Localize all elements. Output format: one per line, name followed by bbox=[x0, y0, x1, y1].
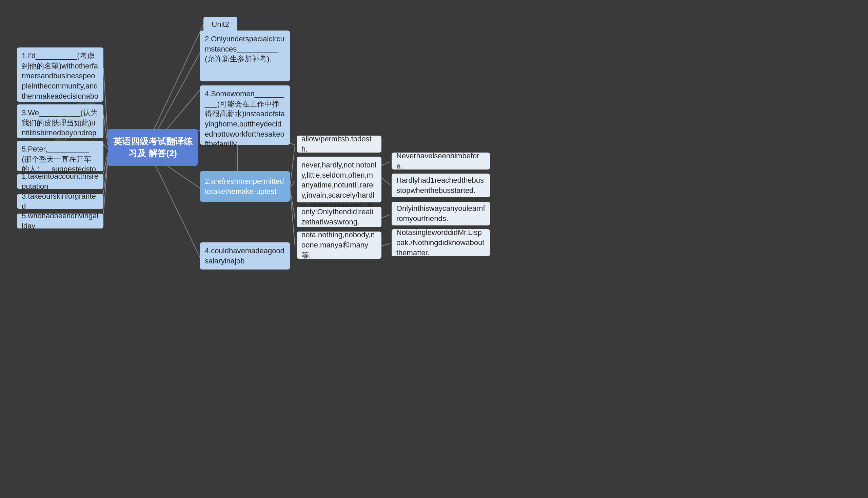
hardlyex-node: Hardlyhad1reachedthebusstopwhenthebussta… bbox=[392, 173, 490, 197]
n3we-node: 3.We__________(认为我们的皮肤理当如此)untilitisbirn… bbox=[17, 104, 103, 138]
allow-node: allow/permitsb.todosth. bbox=[297, 135, 381, 153]
nota-node: nota,nothing,nobody,noone,manya和many等: bbox=[297, 232, 381, 259]
svg-line-0 bbox=[153, 24, 203, 132]
svg-line-16 bbox=[290, 188, 295, 219]
n4some-label: 4.Somewomen__________(可能会在工作中挣得很高薪水)inst… bbox=[205, 90, 285, 148]
n1id-node: 1.I'd__________(考虑到他的名望)withotherfarmers… bbox=[17, 48, 103, 102]
n1take-node: 1.takeintoaccountthisreputation bbox=[17, 174, 103, 189]
n4could-label: 4.couldhavemadeagoodsalaryinajob bbox=[205, 246, 285, 266]
n3take-label: 3.takeourskinforgranted bbox=[22, 191, 98, 211]
svg-line-14 bbox=[290, 145, 295, 188]
n2only-label: 2.Onlyunderspecialcircumstances_________… bbox=[205, 35, 285, 63]
n5peter-node: 5.Peter,__________(那个整天一直在开车的人），suggeste… bbox=[17, 141, 103, 171]
unit2-top-label: Unit2 bbox=[212, 19, 229, 29]
svg-line-1 bbox=[153, 53, 200, 139]
center-node: 英语四级考试翻译练习及 解答(2) bbox=[108, 129, 198, 166]
n2only-node: 2.Onlyunderspecialcircumstances_________… bbox=[200, 30, 290, 81]
onlyex-label: Onlyinthiswaycanyoulearnfromyourfriends. bbox=[396, 204, 485, 223]
svg-line-5 bbox=[153, 159, 200, 258]
notaex-node: NotasingleworddidMr.Lispeak./Nothingdidk… bbox=[392, 229, 490, 256]
n2are-node: 2.arefreshmenpermittedtotakethemake-upte… bbox=[200, 171, 290, 202]
mind-map: 英语四级考试翻译练习及 解答(2) Unit2 Unit2 2.Onlyunde… bbox=[0, 0, 868, 498]
notaex-label: NotasingleworddidMr.Lispeak./Nothingdidk… bbox=[396, 227, 485, 258]
svg-line-9 bbox=[103, 153, 108, 173]
svg-line-7 bbox=[103, 115, 108, 146]
only-label: only:OnlythendidIrealizethatIwaswrong. bbox=[301, 207, 377, 227]
only-node: only:OnlythendidIrealizethatIwaswrong. bbox=[297, 207, 381, 227]
svg-line-15 bbox=[290, 181, 295, 188]
svg-line-10 bbox=[103, 156, 108, 194]
svg-line-17 bbox=[290, 188, 295, 247]
never-node: never,hardly,not,notonly,little,seldom,o… bbox=[297, 157, 381, 202]
n3take-node: 3.takeourskinforgranted bbox=[17, 194, 103, 209]
onlyex-node: Onlyinthiswaycanyoulearnfromyourfriends. bbox=[392, 202, 490, 225]
n5who-label: 5.whohadbeendrivingallday bbox=[22, 211, 98, 231]
neverex-label: Neverhavelseenhimbefore. bbox=[396, 151, 485, 171]
center-label: 英语四级考试翻译练习及 解答(2) bbox=[113, 135, 193, 159]
unit2-top-node: Unit2 bbox=[203, 17, 237, 32]
neverex-node: Neverhavelseenhimbefore. bbox=[392, 153, 490, 170]
nota-label: nota,nothing,nobody,noone,manya和many等: bbox=[301, 230, 377, 260]
n2are-label: 2.arefreshmenpermittedtotakethemake-upte… bbox=[205, 176, 285, 196]
svg-line-11 bbox=[103, 159, 108, 214]
n1take-label: 1.takeintoaccountthisreputation bbox=[22, 171, 98, 191]
n4could-node: 4.couldhavemadeagoodsalaryinajob bbox=[200, 243, 290, 270]
n4some-node: 4.Somewomen__________(可能会在工作中挣得很高薪水)inst… bbox=[200, 86, 290, 145]
svg-line-8 bbox=[103, 144, 108, 149]
svg-line-6 bbox=[103, 68, 108, 139]
n5who-node: 5.whohadbeendrivingallday bbox=[17, 213, 103, 228]
allow-label: allow/permitsb.todosth. bbox=[301, 134, 377, 154]
hardlyex-label: Hardlyhad1reachedthebusstopwhenthebussta… bbox=[396, 175, 485, 195]
